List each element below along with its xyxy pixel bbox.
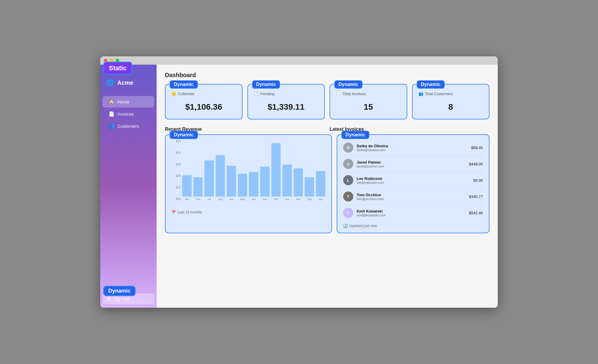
bar-label-Feb: Feb [196,198,201,201]
invoice-list: DDelba de Oliveiradelba@oliveira.com$89.… [343,140,483,221]
invoice-name: Delba de Oliveira [357,144,468,148]
invoice-info: Jared Palmerjared@palmer.com [357,160,465,168]
sidebar-item-invoices[interactable]: 📄 Invoices [103,108,154,120]
invoices-dynamic-badge: Dynamic [341,131,370,139]
sidebar-item-invoices-label: Invoices [117,111,134,116]
avatar: J [343,159,353,169]
clock-icon: 🕐 [254,92,259,96]
bar-label-Apr: Apr [252,198,256,201]
bar-group-Jul: Jul [204,140,214,201]
globe-icon: 🌐 [106,79,114,87]
invoice-item: DDelba de Oliveiradelba@oliveira.com$89.… [343,140,483,156]
bar-group-Dec: Dec [282,140,292,201]
total-customers-label: 👥 Total Customers [419,92,483,96]
sidebar-item-customers[interactable]: 👥 Customers [103,120,154,132]
sidebar-item-customers-label: Customers [117,124,139,129]
bar-group-May: May [238,140,247,201]
bar-label-Sep: Sep [307,198,312,201]
refresh-icon: 🔄 [343,224,348,228]
calendar-icon: 📅 [171,210,176,214]
bar-Aug [216,155,225,197]
page-title: Dashboard [165,72,489,79]
invoices-card: Dynamic DDelba de Oliveiradelba@oliveira… [337,134,489,233]
bar-Oct [271,143,281,197]
collected-value: $1,106.36 [171,100,236,114]
chart-card: Dynamic $5K $4K $3K $2K $1K $0K JanFebJu… [165,134,332,233]
bottom-row: Dynamic $5K $4K $3K $2K $1K $0K JanFebJu… [165,134,489,233]
bar-Mar [294,168,303,197]
coin-icon: 🪙 [171,92,176,96]
total-customers-dynamic-badge: Dynamic [417,80,445,89]
stat-card-pending: Dynamic 🕐 Pending $1,339.11 [247,84,325,119]
bar-label-Oct: Oct [274,198,278,201]
invoice-amount: $542.46 [469,211,483,215]
stat-card-total-invoices: Dynamic ✉️ Total Invoices 15 [330,84,407,119]
invoice-amount: $345.77 [469,194,483,199]
y-label-1k: $1K [176,186,181,189]
total-invoices-dynamic-badge: Dynamic [334,80,362,89]
bar-label-Sep2: Sep [318,198,323,201]
collected-label: 🪙 Collected [171,92,236,96]
sign-out-label: Sign Out [113,296,129,301]
invoice-email: tom@occhino.com [357,197,465,201]
invoices-icon: 📄 [109,111,114,117]
bar-label-Jun: Jun [229,198,234,201]
avatar: D [343,143,353,153]
bar-group-Aug: Aug [216,140,225,201]
invoice-name: Jared Palmer [357,160,465,165]
bar-group-Oct: Oct [271,140,281,201]
sidebar-item-home[interactable]: 🏠 Home [103,96,154,108]
invoice-amount: $448.00 [469,162,483,166]
bar-Apr [249,172,258,197]
invoices-footer: 🔄 Updated just now [343,224,483,228]
pending-value: $1,339.11 [254,100,319,114]
chart-area: $5K $4K $3K $2K $1K $0K JanFebJulAugJunM… [171,140,325,208]
bar-label-May: May [240,198,245,201]
customers-icon: 👥 [109,123,114,129]
home-icon: 🏠 [109,99,114,105]
bar-group-Jan: Jan [182,140,192,201]
invoice-email: jared@palmer.com [357,165,465,168]
invoice-info: Lee Robinsonlee@robinson.com [357,176,470,184]
app-body: Static 🌐 Acme 🏠 Home 📄 Invoices 👥 Custom… [100,65,498,308]
invoice-email: emil@kowalski.com [357,213,465,217]
sidebar-footer: Dynamic ⏻ Sign Out [100,290,157,308]
bar-label-Nov: Nov [263,198,267,201]
invoice-item: JJared Palmerjared@palmer.com$448.00 [343,156,483,172]
envelope-icon: ✉️ [336,92,341,96]
bar-label-Mar: Mar [296,198,301,201]
bar-Feb [193,177,203,197]
bar-May [238,174,247,197]
bar-Sep [305,177,314,197]
bar-Dec [282,165,292,197]
bar-label-Jan: Jan [185,198,189,201]
y-label-2k: $2K [176,174,181,178]
bar-group-Mar: Mar [294,140,303,201]
total-customers-value: 8 [419,100,483,114]
stat-card-collected: Dynamic 🪙 Collected $1,106.36 [165,84,243,119]
invoice-name: Lee Robinson [357,176,470,181]
avatar: E [343,208,353,218]
chart-footer-text: Last 12 months [178,210,202,214]
bar-label-Aug: Aug [218,198,223,201]
bar-Jun [227,166,236,197]
bar-Jul [204,160,214,197]
y-label-3k: $3K [176,163,181,166]
chart-dynamic-badge: Dynamic [170,131,198,139]
sidebar: Static 🌐 Acme 🏠 Home 📄 Invoices 👥 Custom… [100,65,157,308]
bar-group-Jun: Jun [227,140,236,201]
invoice-info: Emil Kowalskiemil@kowalski.com [357,209,465,217]
invoice-info: Delba de Oliveiradelba@oliveira.com [357,144,468,152]
power-icon: ⏻ [107,296,111,301]
bar-Sep2 [316,171,325,197]
invoice-item: TTom Occhinotom@occhino.com$345.77 [343,189,483,205]
bar-Nov [260,167,270,197]
stats-row: Dynamic 🪙 Collected $1,106.36 Dynamic 🕐 … [165,84,489,119]
y-label-5k: $5K [176,140,181,143]
invoice-name: Emil Kowalski [357,209,465,213]
avatar: L [343,175,353,185]
invoice-item: EEmil Kowalskiemil@kowalski.com$542.46 [343,205,483,221]
bar-group-Sep: Sep [305,140,314,201]
total-invoices-label: ✉️ Total Invoices [336,92,401,96]
static-badge: Static [103,62,132,75]
